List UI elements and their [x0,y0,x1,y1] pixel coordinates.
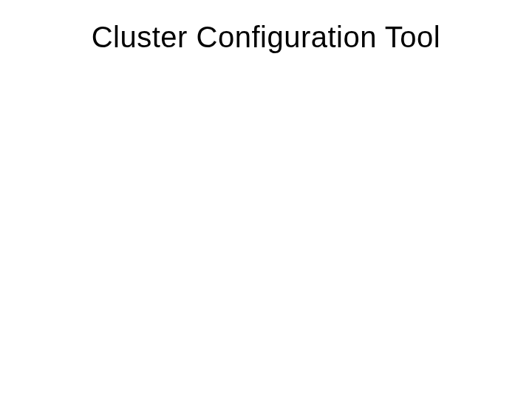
slide-title: Cluster Configuration Tool [0,21,532,54]
slide: Cluster Configuration Tool [0,0,532,399]
